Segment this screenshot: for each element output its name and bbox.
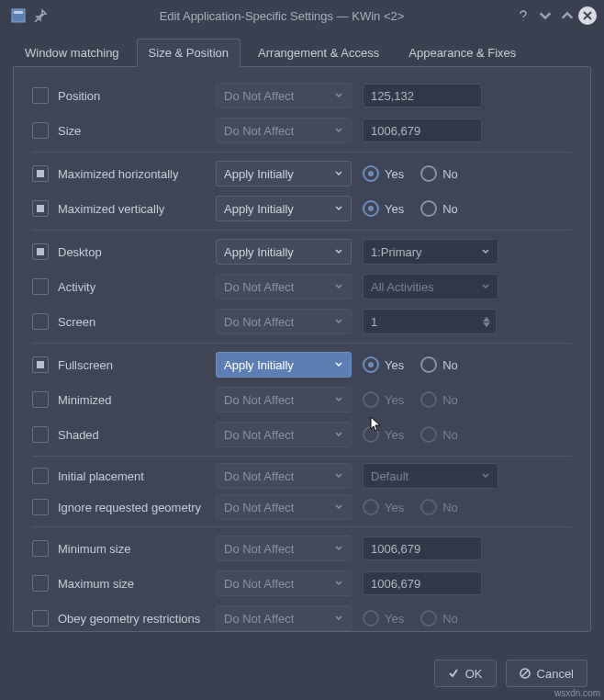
maximize-icon[interactable] [560,8,575,23]
rule-max-v[interactable]: Apply Initially [216,196,352,221]
radio-ignore-no: No [420,499,458,515]
tab-arrangement-access[interactable]: Arrangement & Access [246,39,391,67]
checkbox-screen[interactable] [32,313,49,330]
watermark: wsxdn.com [554,688,600,698]
tab-size-position[interactable]: Size & Position [137,39,240,67]
checkbox-activity[interactable] [32,278,49,295]
label-minimized: Minimized [58,393,112,407]
checkbox-max-v[interactable] [32,200,49,217]
rule-ignore-geom[interactable]: Do Not Affect [216,494,352,520]
rule-placement[interactable]: Do Not Affect [216,463,352,489]
svg-rect-1 [14,11,23,14]
rule-shaded[interactable]: Do Not Affect [216,422,352,447]
tab-window-matching[interactable]: Window matching [13,39,131,67]
checkbox-minimized[interactable] [32,391,49,408]
rule-max-h[interactable]: Apply Initially [216,161,352,186]
checkbox-min-size[interactable] [32,540,49,557]
label-placement: Initial placement [58,469,144,483]
checkbox-max-size[interactable] [32,575,49,592]
rule-fullscreen[interactable]: Apply Initially [216,352,352,378]
radio-fullscreen-no[interactable]: No [420,356,458,373]
app-icon [11,8,26,23]
checkbox-shaded[interactable] [32,426,49,443]
window-title: Edit Application-Specific Settings — KWi… [51,9,512,23]
label-max-v: Maximized vertically [58,202,164,216]
label-shaded: Shaded [58,428,99,442]
checkbox-ignore-geom[interactable] [32,499,49,515]
rule-activity[interactable]: Do Not Affect [216,274,352,299]
rule-max-size[interactable]: Do Not Affect [216,570,352,596]
value-activity[interactable]: All Activities [363,274,498,299]
label-max-size: Maximum size [58,577,134,591]
rule-size[interactable]: Do Not Affect [216,118,352,143]
label-position: Position [58,89,100,103]
tab-bar: Window matching Size & Position Arrangem… [0,31,604,67]
rule-desktop[interactable]: Apply Initially [216,239,352,265]
rule-minimized[interactable]: Do Not Affect [216,387,352,412]
value-max-size[interactable] [363,571,482,595]
value-desktop[interactable]: 1:Primary [363,239,498,265]
radio-shaded-no: No [420,426,458,443]
label-fullscreen: Fullscreen [58,358,113,372]
label-min-size: Minimum size [58,542,130,556]
radio-max-v-no[interactable]: No [420,200,458,217]
pin-icon[interactable] [33,8,48,23]
label-screen: Screen [58,315,95,329]
tab-appearance-fixes[interactable]: Appearance & Fixes [397,39,528,67]
radio-fullscreen-yes[interactable]: Yes [363,356,404,373]
checkbox-obey-geom[interactable] [32,610,49,627]
radio-shaded-yes: Yes [363,426,404,443]
radio-max-v-yes[interactable]: Yes [363,200,404,217]
radio-max-h-no[interactable]: No [420,165,458,182]
close-button[interactable] [578,6,597,25]
radio-minimized-yes: Yes [363,391,404,408]
radio-obey-no: No [420,610,458,627]
checkbox-position[interactable] [32,87,49,104]
rule-position[interactable]: Do Not Affect [216,83,352,108]
value-screen[interactable]: 1 [363,309,497,334]
help-icon[interactable] [516,8,531,23]
value-placement[interactable]: Default [363,463,498,489]
label-desktop: Desktop [58,245,102,259]
rule-obey-geom[interactable]: Do Not Affect [216,605,352,631]
checkbox-desktop[interactable] [32,243,49,260]
label-size: Size [58,124,81,138]
value-size[interactable] [363,119,482,142]
cancel-button[interactable]: Cancel [506,660,587,687]
value-position[interactable] [363,84,482,107]
settings-panel: Position Do Not Affect Size Do Not Affec… [13,66,591,632]
minimize-icon[interactable] [538,8,553,23]
label-ignore-geom: Ignore requested geometry [58,501,201,514]
checkbox-size[interactable] [32,122,49,139]
checkbox-max-h[interactable] [32,165,49,182]
radio-minimized-no: No [420,391,458,408]
radio-ignore-yes: Yes [363,499,404,515]
checkbox-fullscreen[interactable] [32,356,49,373]
radio-obey-yes: Yes [363,610,404,627]
label-max-h: Maximized horizontally [58,167,179,181]
rule-screen[interactable]: Do Not Affect [216,309,352,334]
value-min-size[interactable] [363,536,482,560]
ok-button[interactable]: OK [434,660,497,687]
radio-max-h-yes[interactable]: Yes [363,165,404,182]
label-obey-geom: Obey geometry restrictions [58,612,200,626]
checkbox-placement[interactable] [32,468,49,484]
label-activity: Activity [58,280,95,294]
rule-min-size[interactable]: Do Not Affect [216,536,352,561]
